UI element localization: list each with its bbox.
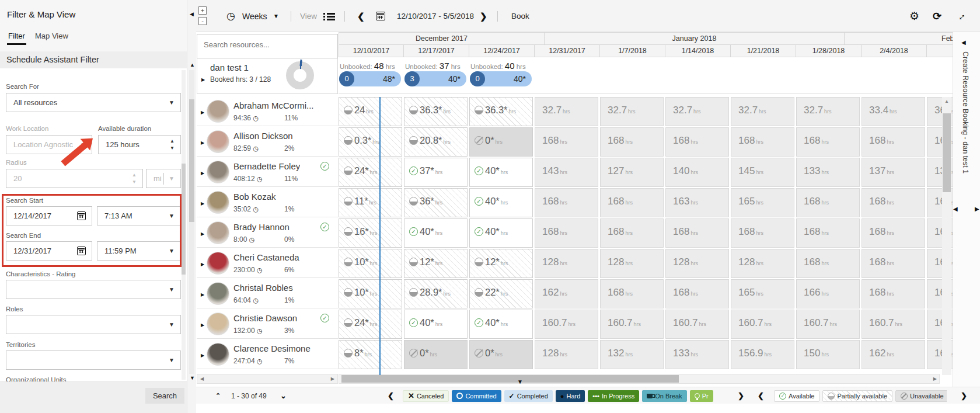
expander-icon[interactable]: ▶: [201, 292, 204, 297]
fullscreen-expand-icon[interactable]: ↔: [956, 0, 966, 32]
availability-cell[interactable]: 10*hrs: [339, 249, 402, 278]
chevron-down-icon[interactable]: ▼: [273, 0, 279, 32]
weekly-hours-cell[interactable]: 168hrs: [862, 218, 925, 248]
weekly-hours-cell[interactable]: 168hrs: [600, 127, 664, 157]
resource-row[interactable]: ▶Christal Robles64:04 ◷1%: [197, 279, 338, 308]
weekly-hours-cell[interactable]: 128hrs: [600, 249, 664, 278]
stepper-arrows-icon[interactable]: ▲▼: [131, 172, 138, 186]
radius-input[interactable]: 20 ▲▼: [6, 169, 143, 188]
expander-icon[interactable]: ▶: [201, 171, 204, 176]
weekly-hours-cell[interactable]: 168hrs: [665, 218, 729, 248]
scroll-up-icon[interactable]: ▲: [190, 62, 195, 68]
legend-chip-hard[interactable]: ●Hard: [556, 390, 585, 402]
availability-cell[interactable]: ✓40*hrs: [404, 310, 468, 339]
more-below-icon[interactable]: ▼: [517, 379, 523, 385]
weekly-hours-cell[interactable]: 128hrs: [665, 249, 729, 278]
weekly-hours-cell[interactable]: 133hrs: [665, 340, 729, 369]
expander-icon[interactable]: ▶: [201, 322, 204, 328]
tab-map-view[interactable]: Map View: [35, 32, 68, 40]
legend-chip-partially-available[interactable]: Partially available: [822, 390, 892, 402]
weekly-hours-cell[interactable]: 168hrs: [862, 249, 925, 278]
weekly-hours-cell[interactable]: 128hrs: [731, 249, 794, 278]
weekly-hours-cell[interactable]: 160.7hrs: [862, 310, 925, 339]
weekly-hours-cell[interactable]: 168hrs: [862, 188, 925, 217]
weekly-hours-cell[interactable]: 32.7hrs: [535, 97, 598, 126]
availability-cell[interactable]: 12*hrs: [469, 249, 533, 278]
availability-cell[interactable]: 20.8*hrs: [404, 127, 468, 157]
weekly-hours-cell[interactable]: 168hrs: [731, 218, 794, 248]
weekly-hours-cell[interactable]: 168hrs: [535, 127, 598, 157]
scroll-down-icon[interactable]: ▼: [190, 375, 195, 381]
availability-cell[interactable]: ✓40*hrs: [469, 310, 533, 339]
next-range-button[interactable]: ❯: [480, 0, 487, 32]
expander-icon[interactable]: ▶: [201, 231, 204, 237]
calendar-icon[interactable]: [376, 0, 385, 32]
capacity-pill[interactable]: 048*: [339, 71, 401, 86]
resource-row[interactable]: ▶Bernadette Foley408:12 ◷11%✓: [197, 158, 338, 187]
availability-cell[interactable]: ✓40*hrs: [404, 218, 468, 248]
expander-icon[interactable]: ▶: [201, 353, 204, 358]
resource-row[interactable]: ▶Bob Kozak35:02 ◷1%: [197, 188, 338, 217]
week-header-cell[interactable]: 12/31/2017: [535, 44, 600, 57]
legend-chip-completed[interactable]: ✓Completed: [504, 390, 553, 402]
availability-cell[interactable]: 16*hrs: [339, 218, 402, 248]
settings-gear-icon[interactable]: ⚙: [909, 0, 919, 32]
weekly-hours-cell[interactable]: 145hrs: [731, 158, 794, 187]
date-range-label[interactable]: 12/10/2017 - 5/5/2018: [397, 0, 474, 32]
weekly-hours-cell[interactable]: 156.9hrs: [731, 340, 794, 369]
collapse-left-icon[interactable]: ◀: [961, 39, 966, 46]
grid-horizontal-scrollbar[interactable]: ▶: [339, 374, 940, 384]
availability-cell[interactable]: 0*hrs: [469, 340, 533, 369]
expander-icon[interactable]: ▶: [201, 140, 204, 145]
weekly-hours-cell[interactable]: 32.7hrs: [731, 97, 794, 126]
weekly-hours-cell[interactable]: 128hrs: [535, 340, 598, 369]
list-view-icon[interactable]: [323, 0, 335, 32]
resource-search-input[interactable]: [204, 40, 329, 49]
weekly-hours-cell[interactable]: 168hrs: [600, 279, 664, 308]
availability-cell[interactable]: 24*hrs: [339, 158, 402, 187]
availability-cell[interactable]: 36.3*hrs: [469, 97, 533, 126]
weekly-hours-cell[interactable]: 150hrs: [796, 340, 860, 369]
capacity-pill[interactable]: 040*: [470, 71, 532, 86]
scale-selector[interactable]: Weeks: [242, 0, 267, 32]
availability-cell[interactable]: 22*hrs: [469, 279, 533, 308]
filter-panel-scrollbar[interactable]: [182, 70, 186, 380]
legend-chip-canceled[interactable]: ✕Canceled: [403, 390, 449, 402]
resource-row[interactable]: ▶Clarence Desimone247:04 ◷7%: [197, 340, 338, 369]
search-end-date-input[interactable]: 12/31/2017: [6, 241, 92, 261]
availability-cell[interactable]: ✓37*hrs: [404, 158, 468, 187]
tab-filter[interactable]: Filter: [8, 32, 25, 40]
availability-cell[interactable]: ✓40*hrs: [469, 158, 533, 187]
weekly-hours-cell[interactable]: 32.7hrs: [796, 97, 860, 126]
pane-collapse-left-icon[interactable]: ◀: [953, 206, 958, 212]
availability-cell[interactable]: ✓40*hrs: [469, 218, 533, 248]
availability-legend-scroll-left-icon[interactable]: ❮: [758, 387, 764, 404]
availability-cell[interactable]: ✓40*hrs: [469, 188, 533, 217]
week-header-cell[interactable]: 12/24/2017: [469, 44, 535, 57]
weekly-hours-cell[interactable]: 168hrs: [796, 188, 860, 217]
capacity-pill[interactable]: 340*: [404, 71, 466, 86]
weekly-hours-cell[interactable]: 128hrs: [535, 249, 598, 278]
radius-unit-select[interactable]: mi ▼: [146, 169, 181, 188]
week-header-cell[interactable]: 2/4/2018: [862, 44, 927, 57]
week-header-cell[interactable]: 1/21/2018: [731, 44, 796, 57]
availability-cell[interactable]: 12*hrs: [404, 249, 468, 278]
weekly-hours-cell[interactable]: 168hrs: [796, 127, 860, 157]
search-for-select[interactable]: All resources ▼: [6, 93, 181, 112]
collapse-left-icon[interactable]: ◀: [190, 11, 194, 17]
legend-scroll-left-icon[interactable]: ❮: [388, 387, 394, 404]
availability-cell[interactable]: 11*hrs: [339, 188, 402, 217]
weekly-hours-cell[interactable]: 143hrs: [535, 158, 598, 187]
weekly-hours-cell[interactable]: 160.7hrs: [796, 310, 860, 339]
resource-row[interactable]: ▶Brady Hannon8:00 ◷0%✓: [197, 218, 338, 248]
search-end-time-select[interactable]: 11:59 PM ▼: [97, 241, 181, 261]
weekly-hours-cell[interactable]: 160.7hrs: [731, 310, 794, 339]
scroll-up-icon[interactable]: ▲: [944, 99, 949, 104]
search-start-date-input[interactable]: 12/14/2017: [6, 206, 92, 225]
legend-chip-unavailable[interactable]: Unavailable: [895, 390, 947, 402]
weekly-hours-cell[interactable]: 168hrs: [535, 218, 598, 248]
availability-cell[interactable]: 0.3*hrs: [339, 127, 402, 157]
availability-cell[interactable]: 0*hrs: [469, 127, 533, 157]
weekly-hours-cell[interactable]: 160.7hrs: [665, 310, 729, 339]
roles-select[interactable]: ▼: [6, 315, 181, 334]
